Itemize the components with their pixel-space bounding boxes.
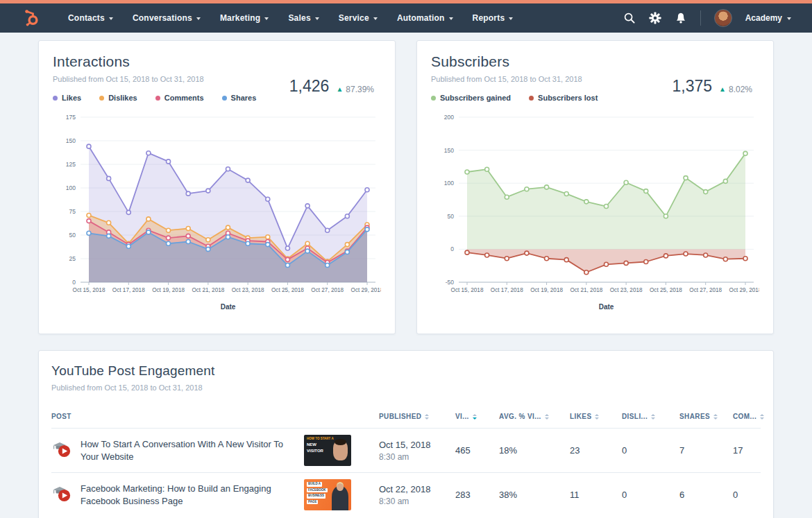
dislikes-value: 0	[622, 445, 679, 456]
nav-item-automation[interactable]: Automation	[387, 3, 463, 33]
post-cell: How To Start A Conversation With A New V…	[51, 438, 304, 463]
svg-text:Oct 29, 2018: Oct 29, 2018	[729, 287, 759, 293]
avg-viewed-value: 38%	[499, 490, 570, 500]
nav-divider	[700, 10, 701, 26]
engagement-title: YouTube Post Engagement	[51, 363, 761, 379]
thumbnail-person	[332, 486, 348, 510]
column-label: AVG. % VI...	[499, 413, 541, 420]
account-menu[interactable]: Academy	[745, 13, 791, 23]
shares-value: 6	[679, 490, 733, 500]
published-cell: Oct 15, 20188:30 am	[379, 440, 455, 462]
column-header-likes[interactable]: LIKES	[570, 413, 622, 420]
legend-label: Likes	[62, 94, 81, 102]
column-label: VI...	[455, 413, 469, 420]
post-title[interactable]: How To Start A Conversation With A New V…	[81, 438, 290, 463]
column-header-com[interactable]: COM...	[733, 413, 764, 420]
post-title[interactable]: Facebook Marketing: How to Build an Enga…	[81, 483, 290, 507]
subscribers-title: Subscribers	[431, 53, 759, 70]
legend-item-likes[interactable]: Likes	[53, 94, 81, 102]
nav-item-label: Reports	[473, 13, 505, 23]
account-label: Academy	[745, 13, 782, 23]
video-thumbnail[interactable]: BUILD AFACEBOOKBUSINESSPAGE	[304, 479, 351, 510]
thumbnail-person	[333, 440, 348, 460]
subscribers-card: Subscribers Published from Oct 15, 2018 …	[416, 40, 774, 334]
table-row[interactable]: Facebook Marketing: How to Build an Enga…	[51, 472, 761, 517]
svg-text:200: 200	[444, 114, 454, 121]
legend-dot	[99, 96, 104, 101]
chevron-down-icon	[787, 17, 791, 20]
svg-text:Oct 23, 2018: Oct 23, 2018	[610, 287, 643, 293]
svg-text:Oct 17, 2018: Oct 17, 2018	[491, 287, 523, 293]
svg-text:Oct 15, 2018: Oct 15, 2018	[73, 287, 105, 293]
search-icon[interactable]	[623, 12, 636, 24]
chevron-down-icon	[196, 17, 201, 20]
svg-text:Oct 15, 2018: Oct 15, 2018	[451, 287, 484, 293]
thumbnail-text: HOW TO START ANEWVISITOR	[307, 438, 334, 453]
dislikes-value: 0	[622, 490, 679, 500]
svg-text:Oct 25, 2018: Oct 25, 2018	[271, 287, 304, 293]
user-avatar[interactable]	[714, 9, 732, 27]
column-header-avg%vi[interactable]: AVG. % VI...	[499, 413, 570, 420]
svg-text:0: 0	[72, 279, 76, 286]
notifications-bell-icon[interactable]	[675, 12, 687, 24]
legend-item-comments[interactable]: Comments	[155, 94, 204, 102]
table-header-row: POSTPUBLISHEDVI...AVG. % VI...LIKESDISLI…	[51, 407, 761, 428]
subscribers-delta: 8.02%	[729, 85, 752, 94]
nav-item-sales[interactable]: Sales	[278, 3, 328, 33]
svg-text:150: 150	[66, 137, 76, 144]
svg-text:125: 125	[66, 161, 76, 168]
svg-text:Oct 21, 2018: Oct 21, 2018	[570, 287, 602, 293]
nav-item-label: Conversations	[133, 13, 192, 23]
nav-item-label: Automation	[397, 13, 445, 23]
legend-dot	[155, 96, 160, 101]
table-row[interactable]: How To Start A Conversation With A New V…	[51, 428, 761, 472]
legend-dot	[53, 96, 58, 101]
svg-text:Oct 19, 2018: Oct 19, 2018	[152, 287, 185, 293]
legend-item-dislikes[interactable]: Dislikes	[99, 94, 137, 102]
published-date: Oct 15, 2018	[379, 440, 455, 450]
interactions-chart[interactable]: 0255075100125150175Oct 15, 2018Oct 17, 2…	[53, 110, 381, 313]
sort-icon	[595, 414, 599, 420]
column-header-vi[interactable]: VI...	[455, 413, 499, 420]
sort-icon	[545, 414, 549, 420]
settings-gear-icon[interactable]	[649, 12, 661, 24]
nav-item-reports[interactable]: Reports	[463, 3, 523, 33]
subscribers-chart[interactable]: -50050100150200Oct 15, 2018Oct 17, 2018O…	[431, 110, 759, 313]
chevron-down-icon	[449, 17, 453, 20]
legend-item-subscribers-lost[interactable]: Subscribers lost	[529, 94, 598, 102]
published-cell: Oct 22, 20188:30 am	[379, 484, 455, 506]
interactions-title: Interactions	[53, 53, 381, 70]
svg-text:-50: -50	[446, 279, 455, 286]
legend-label: Subscribers lost	[538, 94, 598, 102]
legend-label: Dislikes	[108, 94, 137, 102]
views-value: 465	[455, 445, 499, 456]
interactions-kpi: 1,426 ▲ 87.39%	[289, 77, 374, 96]
nav-item-service[interactable]: Service	[329, 3, 387, 33]
sort-icon	[473, 414, 477, 420]
svg-text:Date: Date	[221, 303, 236, 311]
legend-item-shares[interactable]: Shares	[222, 94, 257, 102]
column-header-published[interactable]: PUBLISHED	[379, 413, 455, 420]
legend-item-subscribers-gained[interactable]: Subscribers gained	[431, 94, 511, 102]
hubspot-logo[interactable]	[21, 8, 40, 28]
legend-label: Subscribers gained	[440, 94, 511, 102]
svg-text:Oct 17, 2018: Oct 17, 2018	[112, 287, 145, 293]
shares-value: 7	[679, 445, 733, 456]
column-header-shares[interactable]: SHARES	[679, 413, 733, 420]
nav-item-conversations[interactable]: Conversations	[123, 3, 210, 33]
video-thumbnail[interactable]: HOW TO START ANEWVISITOR	[304, 435, 351, 466]
youtube-channel-icon	[51, 440, 72, 461]
thumbnail-text: BUILD AFACEBOOKBUSINESSPAGE	[307, 482, 328, 504]
comments-value: 17	[733, 445, 761, 456]
legend-label: Shares	[231, 94, 257, 102]
sort-icon	[713, 414, 718, 420]
svg-text:0: 0	[450, 245, 454, 252]
avg-viewed-value: 18%	[499, 445, 570, 456]
legend-dot	[222, 96, 227, 101]
likes-value: 23	[570, 445, 622, 456]
delta-up-icon: ▲	[336, 86, 343, 93]
nav-item-contacts[interactable]: Contacts	[58, 3, 123, 33]
column-header-disli[interactable]: DISLI...	[622, 413, 679, 420]
legend-dot	[431, 96, 436, 101]
nav-item-marketing[interactable]: Marketing	[210, 3, 278, 33]
